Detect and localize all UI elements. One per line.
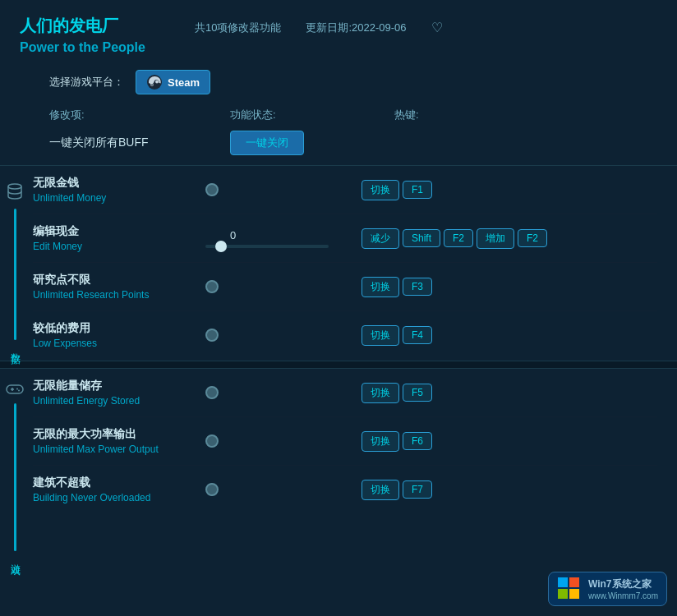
watermark-line1: Win7系统之家 bbox=[588, 577, 658, 591]
mod-name-en: Edit Money bbox=[33, 241, 205, 252]
header: 人们的发电厂 Power to the People 共10项修改器功能 更新日… bbox=[0, 0, 677, 63]
toggle-area bbox=[205, 280, 362, 293]
key-f7[interactable]: F7 bbox=[403, 480, 432, 499]
svg-rect-10 bbox=[558, 589, 568, 599]
mod-name-en: Unlimited Max Power Output bbox=[33, 444, 205, 455]
data-icon bbox=[7, 182, 23, 204]
hotkey-area: 切换 F6 bbox=[362, 431, 432, 452]
toggle-switch[interactable] bbox=[205, 329, 219, 342]
toggle-switch[interactable] bbox=[205, 386, 219, 399]
key-switch-label[interactable]: 切换 bbox=[362, 431, 399, 452]
platform-row: 选择游戏平台： Steam bbox=[0, 63, 677, 103]
toggle-area bbox=[205, 183, 362, 196]
svg-rect-8 bbox=[558, 577, 568, 587]
key-switch-label[interactable]: 切换 bbox=[362, 383, 399, 403]
content-section2: 无限能量储存 Unlimited Energy Stored 切换 F5 无限的… bbox=[30, 369, 677, 559]
one-key-row: 一键关闭所有BUFF 一键关闭 bbox=[0, 127, 677, 165]
toggle-area bbox=[205, 386, 362, 399]
mod-name-cn: 建筑不超载 bbox=[33, 476, 205, 490]
game-title-cn: 人们的发电厂 bbox=[20, 15, 145, 37]
key-f3[interactable]: F3 bbox=[403, 278, 432, 296]
watermark-line2: www.Winmm7.com bbox=[588, 591, 658, 600]
toggle-area bbox=[205, 329, 362, 342]
watermark: Win7系统之家 www.Winmm7.com bbox=[548, 572, 667, 606]
mod-info: 无限金钱 Unlimited Money bbox=[33, 176, 205, 204]
content-section1: 无限金钱 Unlimited Money 切换 F1 编辑现金 Edit Mon… bbox=[30, 166, 677, 359]
table-row: 研究点不限 Unlimited Research Points 切换 F3 bbox=[33, 263, 657, 311]
mod-name-en: Unlimited Energy Stored bbox=[33, 395, 205, 407]
col-header-mod: 修改项: bbox=[49, 108, 230, 122]
hotkey-area: 切换 F3 bbox=[362, 277, 432, 297]
svg-rect-9 bbox=[569, 577, 579, 587]
key-f2-inc[interactable]: F2 bbox=[518, 229, 547, 247]
header-meta: 共10项修改器功能 更新日期:2022-09-06 ♡ bbox=[195, 20, 443, 35]
column-headers: 修改项: 功能状态: 热键: bbox=[0, 103, 677, 127]
slider-container bbox=[205, 245, 362, 248]
key-dec-label[interactable]: 减少 bbox=[362, 228, 399, 249]
toggle-switch[interactable] bbox=[205, 483, 219, 496]
sidebar-section1: 数据 bbox=[0, 166, 30, 359]
platform-label: 选择游戏平台： bbox=[49, 75, 124, 90]
mod-name-cn: 无限能量储存 bbox=[33, 379, 205, 393]
key-f6[interactable]: F6 bbox=[403, 432, 432, 450]
svg-point-6 bbox=[16, 388, 18, 390]
mod-name-en: Unlimited Money bbox=[33, 192, 205, 204]
mod-info: 研究点不限 Unlimited Research Points bbox=[33, 273, 205, 301]
mod-name-cn: 编辑现金 bbox=[33, 224, 205, 239]
hotkey-area: 减少 Shift F2 增加 F2 bbox=[362, 228, 547, 249]
mod-info: 无限的最大功率输出 Unlimited Max Power Output bbox=[33, 427, 205, 455]
toggle-area bbox=[205, 434, 362, 448]
mod-name-cn: 无限金钱 bbox=[33, 176, 205, 191]
windows-logo-icon bbox=[557, 577, 582, 601]
mod-info: 建筑不超载 Building Never Overloaded bbox=[33, 476, 205, 503]
key-switch-label[interactable]: 切换 bbox=[362, 277, 399, 297]
mod-info: 编辑现金 Edit Money bbox=[33, 224, 205, 252]
steam-label: Steam bbox=[168, 76, 200, 89]
section-divider bbox=[0, 361, 677, 369]
one-key-button[interactable]: 一键关闭 bbox=[230, 131, 304, 155]
hotkey-area: 切换 F7 bbox=[362, 480, 432, 500]
slider-thumb[interactable] bbox=[215, 241, 227, 252]
sidebar-label-data: 数据 bbox=[8, 345, 22, 348]
key-f5[interactable]: F5 bbox=[403, 384, 432, 402]
sidebar-bar-1 bbox=[14, 209, 16, 340]
game-title-en: Power to the People bbox=[20, 40, 145, 55]
sidebar-label-game: 游戏 bbox=[8, 556, 22, 559]
title-block: 人们的发电厂 Power to the People bbox=[20, 15, 145, 55]
hotkey-area: 切换 F1 bbox=[362, 180, 432, 200]
toggle-switch[interactable] bbox=[205, 280, 219, 293]
mod-name-en: Low Expenses bbox=[33, 338, 205, 349]
table-row: 无限金钱 Unlimited Money 切换 F1 bbox=[33, 166, 657, 214]
sidebar-bar-2 bbox=[14, 403, 16, 551]
svg-rect-3 bbox=[7, 385, 23, 393]
key-inc-label[interactable]: 增加 bbox=[477, 228, 514, 249]
key-switch-label[interactable]: 切换 bbox=[362, 180, 399, 200]
key-switch-label[interactable]: 切换 bbox=[362, 480, 399, 500]
one-key-label: 一键关闭所有BUFF bbox=[49, 136, 230, 150]
toggle-switch[interactable] bbox=[205, 183, 219, 196]
col-header-status: 功能状态: bbox=[230, 108, 394, 122]
slider-value: 0 bbox=[205, 229, 236, 241]
table-row: 较低的费用 Low Expenses 切换 F4 bbox=[33, 311, 657, 359]
mod-info: 无限能量储存 Unlimited Energy Stored bbox=[33, 379, 205, 407]
svg-point-1 bbox=[155, 80, 159, 84]
table-row: 编辑现金 Edit Money 0 减少 Shift F2 增加 bbox=[33, 214, 657, 263]
toggle-switch[interactable] bbox=[205, 434, 219, 448]
toggle-area bbox=[205, 483, 362, 496]
main-content-2: 游戏 无限能量储存 Unlimited Energy Stored 切换 F5 bbox=[0, 369, 677, 559]
update-date: 更新日期:2022-09-06 bbox=[306, 21, 406, 35]
hotkey-area: 切换 F4 bbox=[362, 325, 432, 346]
key-f4[interactable]: F4 bbox=[403, 326, 432, 344]
slider-track[interactable] bbox=[205, 245, 329, 248]
table-row: 无限能量储存 Unlimited Energy Stored 切换 F5 bbox=[33, 369, 657, 417]
key-f1[interactable]: F1 bbox=[403, 181, 432, 199]
sidebar-section2: 游戏 bbox=[0, 369, 30, 559]
mod-name-en: Building Never Overloaded bbox=[33, 492, 205, 503]
watermark-text-block: Win7系统之家 www.Winmm7.com bbox=[588, 577, 658, 600]
steam-platform-button[interactable]: Steam bbox=[136, 70, 210, 94]
heart-icon[interactable]: ♡ bbox=[431, 20, 443, 35]
table-row: 无限的最大功率输出 Unlimited Max Power Output 切换 … bbox=[33, 417, 657, 466]
key-switch-label[interactable]: 切换 bbox=[362, 325, 399, 346]
key-shift[interactable]: Shift bbox=[403, 229, 440, 247]
key-f2-dec[interactable]: F2 bbox=[444, 229, 473, 247]
